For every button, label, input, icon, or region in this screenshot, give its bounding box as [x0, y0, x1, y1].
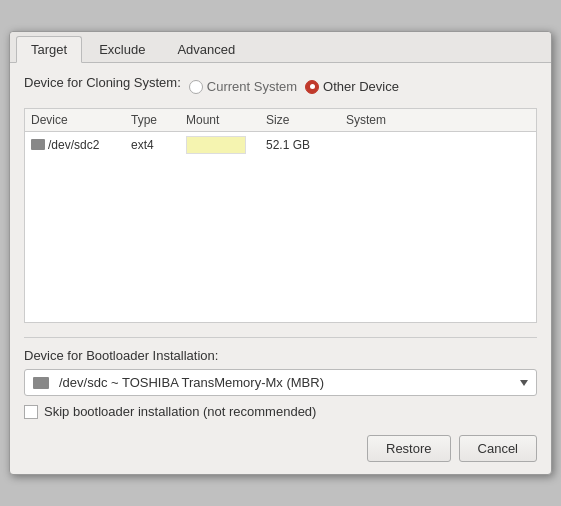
device-table-wrapper: Device Type Mount Size System /dev/sdc2 …	[24, 108, 537, 323]
skip-checkbox-row[interactable]: Skip bootloader installation (not recomm…	[24, 404, 537, 419]
radio-current-system[interactable]: Current System	[189, 79, 297, 94]
cell-system	[340, 141, 536, 149]
section-divider	[24, 337, 537, 338]
dialog: Target Exclude Advanced Device for Cloni…	[9, 31, 552, 475]
col-header-system: System	[340, 109, 536, 131]
bootloader-section: Device for Bootloader Installation: /dev…	[24, 348, 537, 419]
cell-mount[interactable]	[180, 132, 260, 158]
bootloader-select-text: /dev/sdc ~ TOSHIBA TransMemory-Mx (MBR)	[33, 375, 324, 390]
tab-exclude[interactable]: Exclude	[84, 36, 160, 62]
tab-advanced[interactable]: Advanced	[162, 36, 250, 62]
bootloader-device-label: /dev/sdc ~ TOSHIBA TransMemory-Mx (MBR)	[59, 375, 324, 390]
radio-label-current: Current System	[207, 79, 297, 94]
radio-circle-current[interactable]	[189, 80, 203, 94]
cloning-label: Device for Cloning System:	[24, 75, 181, 90]
radio-circle-other[interactable]	[305, 80, 319, 94]
cancel-button[interactable]: Cancel	[459, 435, 537, 462]
bootloader-dropdown[interactable]: /dev/sdc ~ TOSHIBA TransMemory-Mx (MBR)	[24, 369, 537, 396]
table-body: /dev/sdc2 ext4 52.1 GB	[25, 132, 536, 322]
table-row[interactable]: /dev/sdc2 ext4 52.1 GB	[25, 132, 536, 158]
col-header-size: Size	[260, 109, 340, 131]
col-header-mount: Mount	[180, 109, 260, 131]
tab-bar: Target Exclude Advanced	[10, 32, 551, 63]
bootloader-hdd-icon	[33, 377, 49, 389]
mount-input[interactable]	[186, 136, 246, 154]
bootloader-label: Device for Bootloader Installation:	[24, 348, 537, 363]
tab-target[interactable]: Target	[16, 36, 82, 63]
col-header-device: Device	[25, 109, 125, 131]
button-row: Restore Cancel	[24, 431, 537, 462]
dropdown-arrow-icon	[520, 380, 528, 386]
cell-size: 52.1 GB	[260, 134, 340, 156]
col-header-type: Type	[125, 109, 180, 131]
skip-checkbox[interactable]	[24, 405, 38, 419]
restore-button[interactable]: Restore	[367, 435, 451, 462]
hdd-row-icon	[31, 139, 45, 150]
cell-type: ext4	[125, 134, 180, 156]
dialog-content: Device for Cloning System: Current Syste…	[10, 63, 551, 474]
skip-label: Skip bootloader installation (not recomm…	[44, 404, 316, 419]
cell-device: /dev/sdc2	[25, 134, 125, 156]
cloning-system-section: Device for Cloning System: Current Syste…	[24, 75, 537, 98]
radio-label-other: Other Device	[323, 79, 399, 94]
radio-other-device[interactable]: Other Device	[305, 79, 399, 94]
table-header: Device Type Mount Size System	[25, 109, 536, 132]
